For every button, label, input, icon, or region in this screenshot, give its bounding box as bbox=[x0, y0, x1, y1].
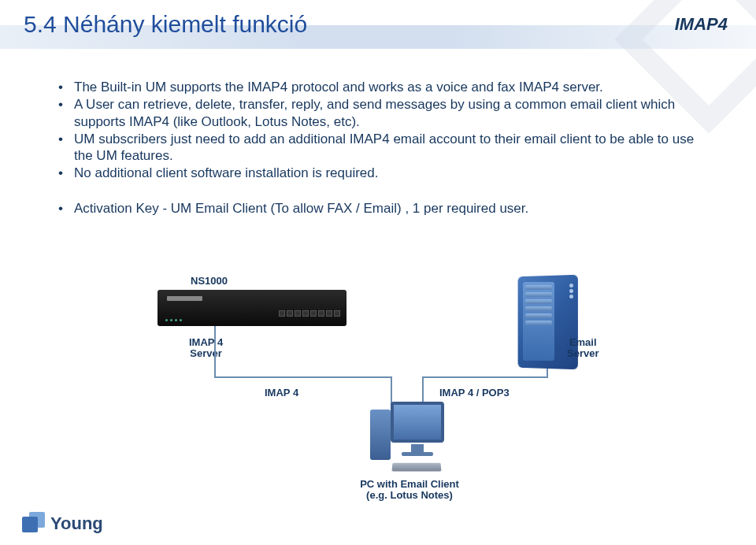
label-pc: PC with Email Client (e.g. Lotus Notes) bbox=[354, 479, 465, 502]
label-imap4: IMAP 4 bbox=[265, 387, 298, 399]
content-area: The Built-in UM supports the IMAP4 proto… bbox=[58, 79, 712, 217]
label-imap-server: IMAP 4 Server bbox=[189, 337, 223, 360]
connector-line bbox=[214, 326, 216, 378]
bullet-1: The Built-in UM supports the IMAP4 proto… bbox=[58, 79, 712, 95]
connector-line bbox=[422, 376, 548, 378]
pc-icon bbox=[370, 402, 446, 477]
connector-line bbox=[214, 376, 392, 378]
brand-logo: Young bbox=[22, 512, 103, 536]
label-ns1000: NS1000 bbox=[191, 276, 228, 287]
label-email-server: Email Server bbox=[567, 337, 598, 360]
bullet-5: Activation Key - UM Email Client (To all… bbox=[58, 200, 712, 217]
router-icon bbox=[158, 290, 346, 326]
logo-text: Young bbox=[50, 513, 103, 534]
bullet-4: No additional client software installati… bbox=[58, 165, 712, 181]
page-title: 5.4 Néhány kiemelt funkció bbox=[24, 11, 307, 38]
network-diagram: NS1000 IMAP 4 Server Email Server IMAP 4… bbox=[158, 276, 614, 496]
logo-icon bbox=[22, 512, 46, 536]
header-tag: IMAP4 bbox=[675, 14, 728, 35]
bullet-3: UM subscribers just need to add an addit… bbox=[58, 131, 712, 165]
bullet-2: A User can retrieve, delete, transfer, r… bbox=[58, 96, 712, 130]
label-imap4-pop3: IMAP 4 / POP3 bbox=[439, 387, 510, 399]
